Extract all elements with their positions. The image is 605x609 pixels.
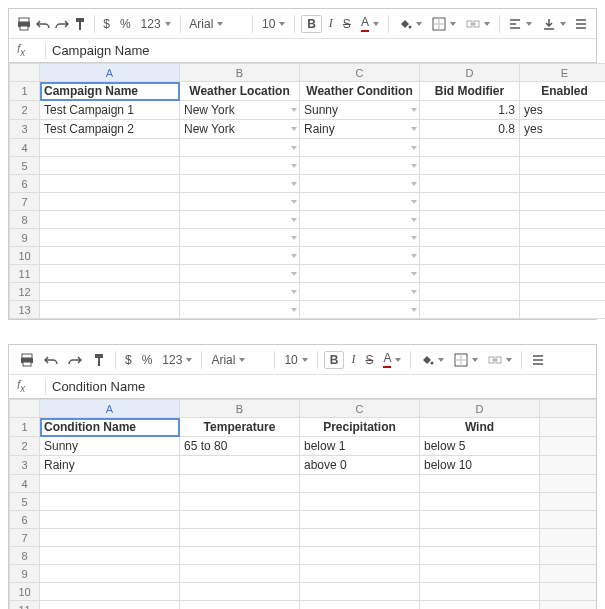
dropdown-icon[interactable]	[411, 272, 417, 276]
dropdown-icon[interactable]	[291, 182, 297, 186]
print-icon[interactable]	[17, 14, 32, 34]
cell[interactable]	[40, 493, 180, 511]
redo-icon[interactable]	[65, 350, 85, 370]
row-header[interactable]: 11	[10, 601, 40, 610]
cell[interactable]	[300, 193, 420, 211]
cell[interactable]	[40, 529, 180, 547]
row-header[interactable]: 4	[10, 475, 40, 493]
cell[interactable]	[520, 247, 606, 265]
font-size-dropdown[interactable]: 10	[281, 353, 310, 367]
cell[interactable]	[420, 283, 520, 301]
cell[interactable]	[180, 493, 300, 511]
text-wrap-button[interactable]	[528, 350, 548, 370]
cell-C1[interactable]: Precipitation	[300, 418, 420, 437]
cell-D1[interactable]: Wind	[420, 418, 540, 437]
bold-button[interactable]: B	[324, 351, 345, 369]
dropdown-icon[interactable]	[411, 164, 417, 168]
row-header[interactable]: 10	[10, 247, 40, 265]
cell[interactable]	[420, 511, 540, 529]
print-icon[interactable]	[17, 350, 37, 370]
cell[interactable]	[40, 193, 180, 211]
dropdown-icon[interactable]	[411, 308, 417, 312]
fill-color-dropdown[interactable]	[395, 17, 425, 31]
row-header[interactable]: 1	[10, 418, 40, 437]
row-header[interactable]: 8	[10, 547, 40, 565]
cell[interactable]	[40, 565, 180, 583]
col-header-C[interactable]: C	[300, 64, 420, 82]
col-header-C[interactable]: C	[300, 400, 420, 418]
cell-E1[interactable]: Enabled	[520, 82, 606, 101]
currency-format-button[interactable]: $	[100, 17, 113, 31]
number-format-dropdown[interactable]: 123	[159, 353, 195, 367]
cell[interactable]	[40, 283, 180, 301]
cell[interactable]: Sunny	[300, 101, 420, 120]
cell[interactable]: New York	[180, 101, 300, 120]
row-header[interactable]: 12	[10, 283, 40, 301]
cell[interactable]	[540, 418, 597, 437]
cell[interactable]	[420, 175, 520, 193]
cell[interactable]: below 5	[420, 437, 540, 456]
cell-A1[interactable]: Condition Name	[40, 418, 180, 437]
cell[interactable]	[520, 157, 606, 175]
cell[interactable]	[180, 283, 300, 301]
row-header[interactable]: 1	[10, 82, 40, 101]
row-header[interactable]: 9	[10, 229, 40, 247]
strikethrough-button[interactable]: S	[340, 17, 354, 31]
dropdown-icon[interactable]	[411, 254, 417, 258]
cell[interactable]	[40, 211, 180, 229]
cell[interactable]	[300, 475, 420, 493]
col-header-E[interactable]: E	[520, 64, 606, 82]
dropdown-icon[interactable]	[291, 108, 297, 112]
cell[interactable]	[40, 601, 180, 610]
dropdown-icon[interactable]	[411, 236, 417, 240]
cell[interactable]	[300, 157, 420, 175]
col-header-B[interactable]: B	[180, 64, 300, 82]
dropdown-icon[interactable]	[411, 218, 417, 222]
percent-format-button[interactable]: %	[139, 353, 156, 367]
row-header[interactable]: 4	[10, 139, 40, 157]
cell-D1[interactable]: Bid Modifier	[420, 82, 520, 101]
grid-table[interactable]: A B C D 1 Condition Name Temperature Pre…	[9, 399, 596, 609]
cell[interactable]	[40, 157, 180, 175]
dropdown-icon[interactable]	[291, 290, 297, 294]
row-header[interactable]: 9	[10, 565, 40, 583]
cell[interactable]	[540, 437, 597, 456]
cell[interactable]	[300, 175, 420, 193]
cell[interactable]: below 1	[300, 437, 420, 456]
row-header[interactable]: 5	[10, 493, 40, 511]
cell[interactable]	[180, 456, 300, 475]
text-color-dropdown[interactable]: A	[380, 351, 404, 368]
col-header-B[interactable]: B	[180, 400, 300, 418]
cell[interactable]	[40, 247, 180, 265]
cell[interactable]	[180, 583, 300, 601]
text-color-dropdown[interactable]: A	[358, 15, 382, 32]
cell[interactable]	[180, 247, 300, 265]
cell[interactable]	[180, 511, 300, 529]
dropdown-icon[interactable]	[291, 218, 297, 222]
dropdown-icon[interactable]	[291, 272, 297, 276]
cell[interactable]	[300, 229, 420, 247]
cell[interactable]	[540, 547, 597, 565]
dropdown-icon[interactable]	[291, 308, 297, 312]
cell[interactable]	[520, 175, 606, 193]
cell[interactable]	[180, 265, 300, 283]
cell[interactable]	[40, 475, 180, 493]
cell[interactable]	[420, 601, 540, 610]
cell[interactable]: New York	[180, 120, 300, 139]
cell[interactable]	[420, 493, 540, 511]
cell[interactable]	[420, 139, 520, 157]
cell[interactable]	[540, 601, 597, 610]
strikethrough-button[interactable]: S	[362, 353, 376, 367]
cell[interactable]	[540, 583, 597, 601]
cell[interactable]	[300, 139, 420, 157]
cell[interactable]	[520, 193, 606, 211]
cell[interactable]	[180, 301, 300, 319]
row-header[interactable]: 3	[10, 120, 40, 139]
cell[interactable]: 0.8	[420, 120, 520, 139]
cell[interactable]	[180, 547, 300, 565]
cell[interactable]	[420, 193, 520, 211]
paint-format-icon[interactable]	[73, 14, 88, 34]
col-header-D[interactable]: D	[420, 64, 520, 82]
horizontal-align-dropdown[interactable]	[505, 17, 535, 31]
cell[interactable]	[40, 301, 180, 319]
